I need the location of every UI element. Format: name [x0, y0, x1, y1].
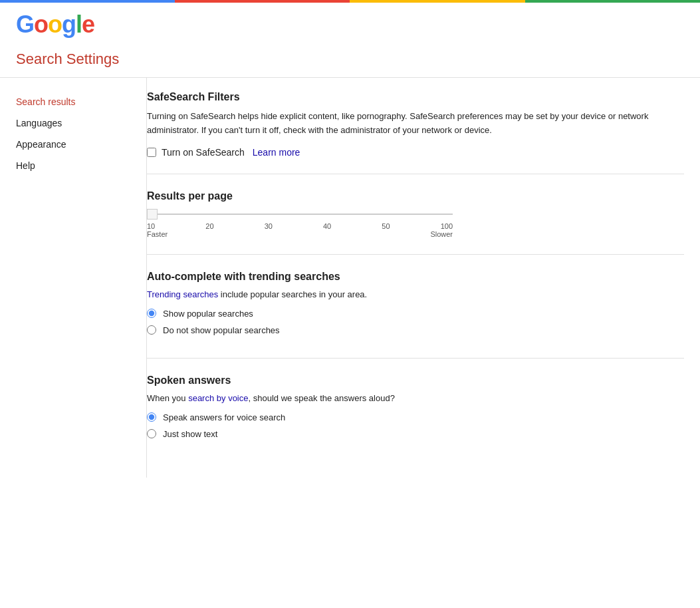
trending-searches-link[interactable]: Trending searches — [147, 289, 218, 299]
sidebar: Search results Languages Appearance Help — [0, 78, 146, 478]
google-logo: Google — [16, 11, 94, 39]
slider-track[interactable] — [158, 214, 453, 215]
slider-label-10: 10 — [147, 222, 155, 230]
autocomplete-description: Trending searches include popular search… — [147, 289, 684, 299]
safesearch-checkbox-wrapper: Turn on SafeSearch — [147, 147, 245, 158]
sidebar-item-search-results[interactable]: Search results — [16, 91, 130, 112]
sidebar-item-languages[interactable]: Languages — [16, 112, 130, 134]
header: Google — [0, 3, 700, 39]
results-per-page-title: Results per page — [147, 190, 684, 202]
safesearch-learn-more-link[interactable]: Learn more — [253, 147, 300, 158]
autocomplete-title: Auto-complete with trending searches — [147, 271, 684, 283]
slider-label-50: 50 — [382, 222, 390, 230]
slider-label-20: 20 — [205, 222, 213, 230]
slider-thumb[interactable] — [147, 209, 158, 220]
safesearch-section: SafeSearch Filters Turning on SafeSearch… — [147, 91, 684, 174]
do-not-show-label[interactable]: Do not show popular searches — [163, 325, 280, 335]
speak-answers-radio[interactable] — [147, 412, 156, 422]
do-not-show-radio[interactable] — [147, 325, 156, 335]
main-content: SafeSearch Filters Turning on SafeSearch… — [146, 78, 700, 478]
results-per-page-section: Results per page 10 20 30 40 50 100 — [147, 190, 684, 255]
autocomplete-hide-option: Do not show popular searches — [147, 325, 684, 335]
speak-answers-option: Speak answers for voice search — [147, 412, 684, 422]
slider-section: 10 20 30 40 50 100 Faster Slower — [147, 209, 684, 238]
sidebar-item-appearance[interactable]: Appearance — [16, 134, 130, 155]
safesearch-row: Turn on SafeSearch Learn more — [147, 147, 684, 158]
safesearch-checkbox[interactable] — [147, 148, 156, 157]
slider-labels: 10 20 30 40 50 100 — [147, 222, 453, 230]
page-title: Search Settings — [0, 39, 700, 77]
safesearch-checkbox-label[interactable]: Turn on SafeSearch — [162, 147, 245, 158]
just-text-label[interactable]: Just show text — [163, 429, 217, 439]
just-text-radio[interactable] — [147, 429, 156, 438]
show-popular-label[interactable]: Show popular searches — [163, 309, 253, 319]
safesearch-description: Turning on SafeSearch helps hide explici… — [147, 110, 665, 138]
slider-label-40: 40 — [323, 222, 331, 230]
slider-sublabel-faster: Faster — [147, 230, 168, 238]
spoken-answers-section: Spoken answers When you search by voice,… — [147, 375, 684, 462]
slider-sublabel-slower: Slower — [430, 230, 453, 238]
slider-container — [147, 209, 453, 220]
autocomplete-section: Auto-complete with trending searches Tre… — [147, 271, 684, 359]
slider-label-30: 30 — [265, 222, 273, 230]
slider-sublabels: Faster Slower — [147, 230, 453, 238]
spoken-answers-description: When you search by voice, should we spea… — [147, 393, 684, 403]
safesearch-title: SafeSearch Filters — [147, 91, 684, 103]
content-area: Search results Languages Appearance Help… — [0, 78, 700, 478]
show-popular-radio[interactable] — [147, 309, 156, 318]
slider-label-100: 100 — [441, 222, 453, 230]
spoken-answers-title: Spoken answers — [147, 375, 684, 386]
autocomplete-show-option: Show popular searches — [147, 309, 684, 319]
slider-wrapper — [147, 209, 453, 220]
search-by-voice-link[interactable]: search by voice — [188, 393, 248, 403]
just-text-option: Just show text — [147, 429, 684, 439]
sidebar-item-help[interactable]: Help — [16, 155, 130, 176]
speak-answers-label[interactable]: Speak answers for voice search — [163, 412, 285, 422]
